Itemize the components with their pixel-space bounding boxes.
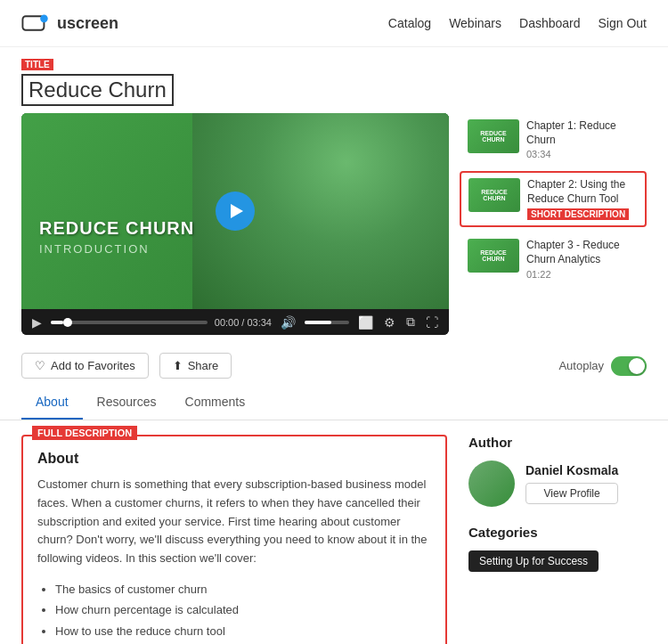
short-desc-label: SHORT DESCRIPTION: [527, 208, 629, 220]
progress-dot: [63, 318, 72, 327]
chapter-item-3[interactable]: REDUCE CHURN Chapter 3 - Reduce Churn An…: [460, 232, 647, 285]
video-player: REDUCE CHURN INTRODUCTION ▶ 00:00 / 03:3…: [21, 113, 449, 335]
nav-dashboard[interactable]: Dashboard: [519, 16, 581, 30]
video-overlay-text: REDUCE CHURN INTRODUCTION: [39, 218, 194, 256]
video-title-text: REDUCE CHURN: [39, 218, 194, 239]
nav-webinars[interactable]: Webinars: [449, 16, 501, 30]
chapter-info-1: Chapter 1: Reduce Churn 03:34: [526, 119, 639, 159]
volume-bar[interactable]: [305, 321, 349, 324]
progress-bar[interactable]: [51, 321, 208, 324]
chapter-item-1[interactable]: REDUCE CHURN Chapter 1: Reduce Churn 03:…: [460, 113, 647, 166]
about-paragraph: Customer churn is something that every s…: [37, 476, 431, 568]
pip-button[interactable]: ⧉: [404, 314, 417, 330]
category-tag-1[interactable]: Setting Up for Success: [468, 550, 599, 572]
chapter-thumb-text-3: REDUCE CHURN: [468, 248, 519, 264]
author-section: Author Daniel Kosmala View Profile: [468, 435, 647, 507]
volume-button[interactable]: 🔊: [279, 315, 297, 330]
chapter-thumb-text-2: REDUCE CHURN: [468, 187, 520, 203]
play-icon: [231, 204, 243, 218]
video-main: REDUCE CHURN INTRODUCTION: [21, 113, 449, 309]
nav-links: Catalog Webinars Dashboard Sign Out: [388, 16, 647, 30]
favorites-label: Add to Favorites: [51, 359, 135, 372]
play-button[interactable]: [216, 192, 255, 231]
tab-about[interactable]: About: [21, 386, 83, 420]
chapter-title-1: Chapter 1: Reduce Churn: [526, 119, 639, 147]
tab-resources[interactable]: Resources: [83, 386, 171, 420]
favorites-button[interactable]: ♡ Add to Favorites: [21, 353, 149, 379]
view-profile-button[interactable]: View Profile: [525, 483, 618, 504]
page-title: Reduce Churn: [21, 74, 174, 106]
author-right: Daniel Kosmala View Profile: [525, 463, 618, 504]
tabs-bar: About Resources Comments: [0, 386, 668, 420]
time-display: 00:00 / 03:34: [215, 317, 272, 328]
play-pause-button[interactable]: ▶: [30, 315, 44, 330]
video-subtitle-text: INTRODUCTION: [39, 242, 194, 256]
progress-fill: [51, 321, 63, 324]
action-left: ♡ Add to Favorites ⬆ Share: [21, 353, 232, 379]
chapter-duration-3: 01:22: [526, 269, 639, 280]
heart-icon: ♡: [35, 359, 45, 372]
chapter-thumb-2: REDUCE CHURN: [468, 178, 520, 212]
share-label: Share: [188, 359, 219, 372]
chapter-info-2: Chapter 2: Using the Reduce Churn Tool S…: [527, 178, 638, 220]
categories-section: Categories Setting Up for Success: [468, 525, 647, 572]
categories-heading: Categories: [468, 525, 647, 540]
about-box: FULL DESCRIPTION About Customer churn is…: [21, 435, 447, 644]
autoplay-label: Autoplay: [558, 359, 604, 372]
chapter-thumb-3: REDUCE CHURN: [468, 239, 519, 273]
video-section: REDUCE CHURN INTRODUCTION ▶ 00:00 / 03:3…: [0, 113, 668, 346]
author-avatar: [468, 461, 515, 507]
author-heading: Author: [468, 435, 647, 450]
fullscreen-button[interactable]: ⛶: [424, 315, 440, 330]
bullet-1: The basics of customer churn: [55, 579, 431, 599]
chapters-sidebar: REDUCE CHURN Chapter 1: Reduce Churn 03:…: [460, 113, 647, 335]
share-icon: ⬆: [173, 359, 183, 372]
nav-catalog[interactable]: Catalog: [388, 16, 431, 30]
chapter-thumb-text-1: REDUCE CHURN: [468, 128, 519, 144]
sidebar-content: Author Daniel Kosmala View Profile Categ…: [468, 435, 647, 644]
logo-text: uscreen: [57, 14, 118, 33]
autoplay-wrap: Autoplay: [558, 356, 647, 376]
share-button[interactable]: ⬆ Share: [159, 353, 232, 379]
chapter-duration-1: 03:34: [526, 149, 639, 159]
svg-point-1: [40, 15, 48, 23]
chapter-thumb-1: REDUCE CHURN: [468, 119, 519, 153]
author-name: Daniel Kosmala: [525, 463, 618, 477]
navbar: uscreen Catalog Webinars Dashboard Sign …: [0, 0, 668, 47]
action-bar: ♡ Add to Favorites ⬆ Share Autoplay: [0, 346, 668, 386]
settings-button[interactable]: ⚙: [382, 315, 397, 330]
chapter-item-2[interactable]: REDUCE CHURN Chapter 2: Using the Reduce…: [460, 171, 647, 227]
chapter-title-3: Chapter 3 - Reduce Churn Analytics: [526, 239, 639, 266]
autoplay-toggle[interactable]: [611, 356, 647, 376]
tab-comments[interactable]: Comments: [171, 386, 260, 420]
about-heading: About: [37, 451, 431, 467]
full-desc-label: FULL DESCRIPTION: [32, 426, 137, 440]
volume-fill: [305, 321, 331, 324]
video-controls: ▶ 00:00 / 03:34 🔊 ⬜ ⚙ ⧉ ⛶: [21, 309, 449, 335]
content-area: FULL DESCRIPTION About Customer churn is…: [0, 435, 668, 644]
toggle-knob: [629, 358, 645, 374]
author-info: Daniel Kosmala View Profile: [468, 461, 647, 507]
main-content: FULL DESCRIPTION About Customer churn is…: [21, 435, 447, 644]
logo: uscreen: [21, 12, 118, 34]
bullet-2: How churn percentage is calculated: [55, 599, 431, 620]
chapter-title-2: Chapter 2: Using the Reduce Churn Tool: [527, 178, 638, 206]
logo-icon: [21, 12, 50, 34]
nav-signout[interactable]: Sign Out: [599, 16, 647, 30]
subtitles-button[interactable]: ⬜: [356, 315, 375, 330]
about-bullets: The basics of customer churn How churn p…: [37, 579, 431, 644]
page-title-area: TITLE Reduce Churn: [0, 47, 668, 113]
chapter-info-3: Chapter 3 - Reduce Churn Analytics 01:22: [526, 239, 639, 279]
title-label: TITLE: [21, 59, 53, 70]
bullet-3: How to use the reduce churn tool: [55, 621, 431, 641]
